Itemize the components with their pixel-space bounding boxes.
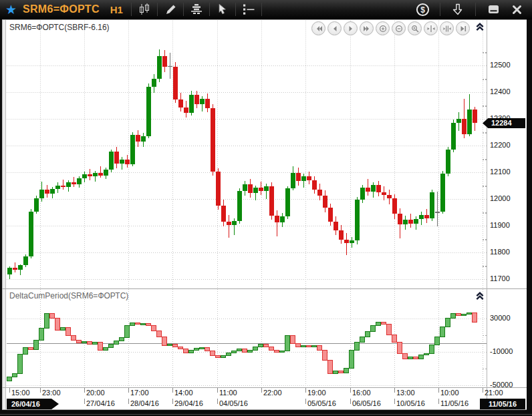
indicator-bar [312,346,317,347]
indicator-bar [82,342,87,343]
candle [184,101,188,118]
candle [264,184,269,199]
candle [424,209,429,223]
indicator-bar [77,341,82,343]
candle [211,104,215,175]
date-tick-label: 29/04/16 [174,399,203,407]
indicator-bar [371,326,376,332]
scroll-back-button[interactable] [327,21,342,35]
time-tick-label: 14:00 [174,389,193,397]
indicator-bar [232,351,237,353]
indicator-bar [29,347,33,349]
candle [387,190,392,204]
candle [77,176,82,188]
candle [152,74,156,93]
collapse-indicator-panel-button[interactable] [475,291,485,300]
goto-end-icon [459,25,467,33]
candle [205,93,210,112]
collapse-main-panel-button[interactable] [475,22,485,31]
zoom-select-icon [411,25,419,33]
indicator-bar [237,349,242,351]
indicator-bar [328,360,333,373]
candle [312,176,317,194]
candle [382,186,386,201]
indicator-bar [473,313,477,322]
indicator-bar [34,340,39,349]
candle [317,184,322,200]
indicator-bar [45,313,49,329]
candle [451,120,456,152]
candle [392,194,397,219]
time-tick-label: 16:00 [352,389,371,397]
candle [23,254,28,267]
indicator-tick-label: -10000 [490,347,513,355]
indicator-bar [350,350,354,369]
scroll-fastback-button[interactable] [311,21,325,35]
date-tick-label: 05/05/16 [307,399,336,407]
indicator-panel-label: DeltaCumPeriod(SRM6=ФОРТС) [9,291,128,300]
candle [376,181,381,196]
time-tick-label: 17:00 [130,389,149,397]
zoom-select-button[interactable] [408,21,422,35]
indicator-bar [189,351,194,353]
candle [34,196,39,214]
price-tick-label: 11700 [490,274,510,282]
candle [462,99,467,138]
candle [109,150,114,172]
goto-end-button[interactable] [456,21,470,35]
date-tick-label: 27/04/16 [86,399,115,407]
price-tick-label: 12400 [490,87,511,95]
indicator-bar [440,327,445,337]
indicator-bar [467,313,472,314]
candle [323,190,327,212]
candle [146,83,151,138]
indicator-bar [162,337,167,346]
indicator-bar [360,337,365,343]
indicator-bar [98,343,103,351]
candle [178,93,183,112]
indicator-bar [120,338,124,341]
indicator-bar [392,335,397,343]
indicator-tick-label: 30000 [490,314,511,322]
compress-horizontal-button[interactable] [424,21,438,35]
indicator-bar [323,350,327,360]
zoom-in-button[interactable] [376,21,390,35]
price-tick-label: 12500 [490,61,511,69]
scroll-forward-button[interactable] [344,21,358,35]
scroll-fastforward-button[interactable] [360,21,374,35]
chart-nav-toolbar [311,21,470,35]
candle [248,179,253,197]
compress-vertical-button[interactable] [440,21,454,35]
candle [301,174,306,188]
time-tick-label: 21:00 [485,389,503,397]
indicator-bar [13,373,17,377]
candle [50,187,55,199]
indicator-bar [125,326,130,338]
candle [307,172,311,184]
indicator-bar [398,343,402,353]
time-tick-label: 19:00 [307,389,326,397]
candle [259,182,263,195]
main-panel-label: SRM6=ФОРТС(SBRF-6.16) [9,23,110,32]
candle [473,107,477,131]
candle [243,181,247,196]
indicator-bar [146,323,151,325]
candle [13,262,17,272]
indicator-bar [419,355,424,359]
candle [339,225,344,244]
time-tick-label: 10:00 [440,389,459,397]
indicator-bar [216,355,221,357]
indicator-bar [39,329,44,341]
candle [334,216,338,235]
candle [285,186,290,219]
indicator-bar [456,314,461,316]
scroll-fastforward-icon [363,25,371,33]
price-tick-label: 12000 [490,194,511,202]
scroll-back-icon [331,25,339,33]
indicator-bar [387,324,392,335]
indicator-bar [141,323,146,325]
indicator-bar [424,353,429,355]
zoom-out-button[interactable] [392,21,406,35]
chart-plot-area[interactable] [0,0,532,416]
indicator-bar [66,328,71,336]
